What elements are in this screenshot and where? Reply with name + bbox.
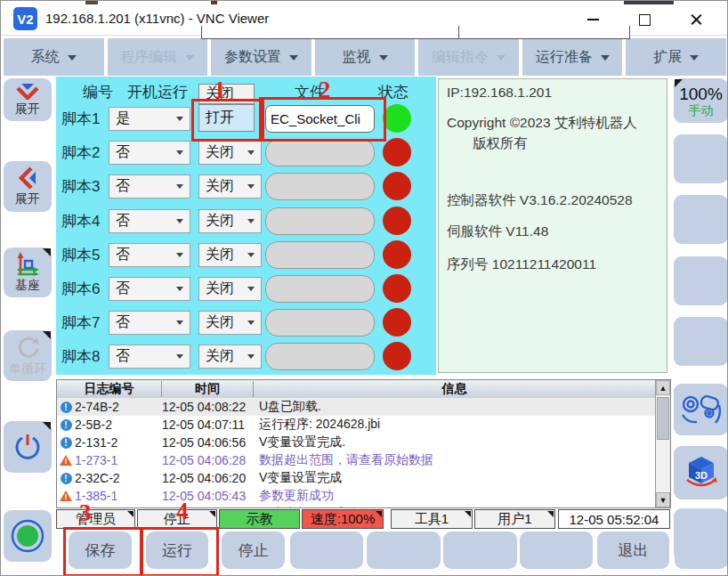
log-row[interactable]: 2-5B-2 12-05 04:07:11 运行程序: 2024628.jbi xyxy=(57,416,655,434)
script-row: 脚本7 否 关闭 xyxy=(56,308,436,337)
status-role[interactable]: 管理员 xyxy=(56,509,135,529)
menu-item-5[interactable]: 运行准备 xyxy=(522,38,623,76)
dropdown-option-open[interactable]: 打开 xyxy=(198,104,255,132)
servo-enable-button[interactable] xyxy=(4,510,52,562)
power-button[interactable] xyxy=(4,421,52,473)
empty-button[interactable] xyxy=(674,134,728,183)
switch-select[interactable]: 关闭 xyxy=(198,141,262,165)
chevron-down-icon xyxy=(247,184,255,189)
script-row: 脚本4 否 关闭 xyxy=(56,207,436,236)
empty-button[interactable] xyxy=(443,531,517,569)
info-icon xyxy=(61,437,72,449)
vnc-viewer-window: V2 192.168.1.201 (x11vnc) - VNC Viewer 系… xyxy=(0,0,728,576)
log-scrollbar[interactable]: ▲ ▼ xyxy=(655,380,670,507)
dropdown-option-close[interactable]: 关闭 xyxy=(198,84,255,104)
base-frame-button[interactable]: 基座 xyxy=(4,247,52,297)
teach-pendant-button[interactable] xyxy=(674,384,728,435)
status-speed[interactable]: 速度:100% xyxy=(302,509,384,529)
speed-mode-button[interactable]: 100% 手动 xyxy=(674,78,728,123)
switch-select[interactable]: 关闭 xyxy=(198,174,262,199)
script-file-field[interactable] xyxy=(265,207,375,235)
script-row-label: 脚本8 xyxy=(61,346,100,367)
empty-button[interactable] xyxy=(674,317,728,366)
base-label: 基座 xyxy=(15,278,40,294)
expand-label: 展开 xyxy=(15,191,40,207)
log-id: 1-385-1 xyxy=(75,489,162,503)
scroll-up-icon[interactable]: ▲ xyxy=(656,380,670,395)
switch-select[interactable]: 关闭 xyxy=(198,345,262,369)
switch-select[interactable]: 关闭 xyxy=(198,311,262,335)
empty-button[interactable] xyxy=(520,531,593,569)
script-file-field[interactable] xyxy=(265,309,375,337)
log-row[interactable]: 2-74B-2 12-05 04:08:22 U盘已卸载. xyxy=(57,398,655,416)
log-row[interactable]: 用户坐标修改成功 xyxy=(57,505,655,507)
servo-ready-icon xyxy=(9,517,46,555)
maximize-button[interactable] xyxy=(629,8,659,31)
script-file-field[interactable] xyxy=(265,275,375,303)
background-window-fragment xyxy=(201,26,630,39)
menu-item-0[interactable]: 系统 xyxy=(4,38,104,76)
boot-run-select[interactable]: 否 xyxy=(109,243,190,267)
log-row[interactable]: 1-385-1 12-05 04:05:43 参数更新成功 xyxy=(57,487,655,505)
empty-button[interactable] xyxy=(290,531,363,569)
script-status-led xyxy=(383,172,411,200)
script-file-field[interactable]: EC_Socket_Cli xyxy=(265,105,375,133)
col-header-status: 状态 xyxy=(378,82,408,102)
copyright-line2: 版权所有 xyxy=(473,134,528,153)
log-row[interactable]: 2-32C-2 12-05 04:06:20 V变量设置完成 xyxy=(57,469,655,487)
status-user-frame[interactable]: 用户1 xyxy=(474,509,555,529)
exit-button[interactable]: 退出 xyxy=(597,531,669,569)
menu-item-4[interactable]: 编辑指令 xyxy=(418,38,519,76)
log-row[interactable]: 1-273-1 12-05 04:06:28 数据超出范围，请查看原始数据 xyxy=(57,451,655,469)
script-file-field[interactable] xyxy=(265,173,375,200)
log-id: 2-131-2 xyxy=(75,435,162,450)
switch-select[interactable]: 关闭 xyxy=(198,277,262,301)
script-row: 脚本8 否 关闭 xyxy=(56,342,436,371)
close-button[interactable] xyxy=(681,8,711,31)
chevron-down-icon xyxy=(247,253,255,257)
single-cycle-button[interactable]: 单循环 xyxy=(4,330,52,381)
3d-view-button[interactable]: 3D xyxy=(674,446,728,499)
menu-item-6[interactable]: 扩展 xyxy=(626,38,726,76)
log-col-info: 信息 xyxy=(254,381,655,397)
boot-run-select[interactable]: 否 xyxy=(109,209,190,233)
save-button[interactable]: 保存 xyxy=(69,531,132,569)
boot-run-select[interactable]: 否 xyxy=(109,141,190,165)
menu-item-1[interactable]: 程序编辑 xyxy=(108,38,208,76)
empty-button[interactable] xyxy=(674,195,728,244)
scrollbar-thumb[interactable] xyxy=(657,397,669,440)
script-row: 脚本5 否 关闭 xyxy=(56,240,436,270)
empty-button[interactable] xyxy=(675,531,728,569)
empty-button[interactable] xyxy=(674,256,728,305)
script-file-field[interactable] xyxy=(265,241,375,269)
log-row[interactable]: 2-131-2 12-05 04:06:56 V变量设置完成. xyxy=(57,434,655,451)
boot-run-select[interactable]: 否 xyxy=(109,345,190,369)
empty-button[interactable] xyxy=(367,531,441,569)
scroll-down-icon[interactable]: ▼ xyxy=(656,492,670,507)
menu-item-3[interactable]: 监视 xyxy=(315,38,416,76)
expand-down-button[interactable]: 展开 xyxy=(4,78,52,121)
status-run-state[interactable]: 停止 xyxy=(137,509,217,529)
cube-3d-icon: 3D xyxy=(682,453,721,492)
script-file-field[interactable] xyxy=(265,343,375,370)
base-axes-icon xyxy=(14,251,41,276)
expand-left-button[interactable]: 展开 xyxy=(4,161,52,212)
status-teach-mode[interactable]: 示教 xyxy=(219,509,300,529)
stop-button[interactable]: 停止 xyxy=(222,531,285,569)
log-message: 用户坐标修改成功 xyxy=(254,506,655,507)
script-row: 脚本2 否 关闭 xyxy=(56,138,436,167)
log-message: V变量设置完成 xyxy=(254,470,655,486)
status-tool[interactable]: 工具1 xyxy=(391,509,473,529)
switch-select[interactable]: 关闭 xyxy=(198,209,262,233)
serial-number: 序列号 10211211420011 xyxy=(447,256,596,274)
switch-select[interactable]: 关闭 xyxy=(198,243,262,267)
log-message: U盘已卸载. xyxy=(254,399,655,415)
run-button[interactable]: 运行 xyxy=(146,531,208,569)
boot-run-select[interactable]: 否 xyxy=(109,311,190,335)
script-row: 脚本6 否 关闭 xyxy=(56,274,436,304)
script-file-field[interactable] xyxy=(265,139,375,166)
boot-run-select[interactable]: 否 xyxy=(109,174,190,199)
boot-run-select[interactable]: 否 xyxy=(109,277,190,301)
menu-item-2[interactable]: 参数设置 xyxy=(211,38,311,76)
boot-run-select[interactable]: 是 xyxy=(109,107,190,131)
